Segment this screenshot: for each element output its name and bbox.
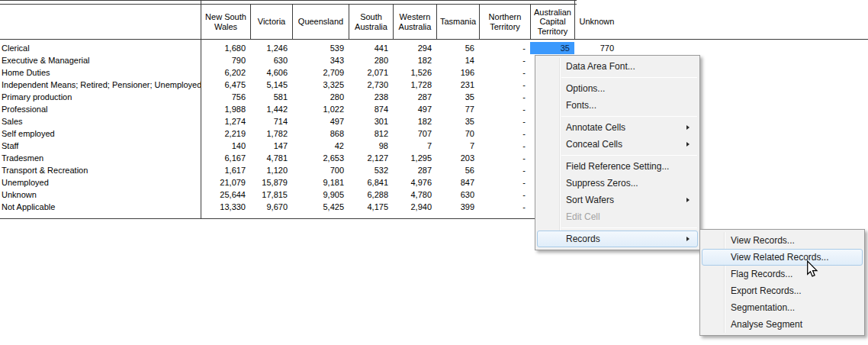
data-cell[interactable]: 847 xyxy=(436,176,479,189)
data-cell[interactable]: 6,288 xyxy=(349,189,393,201)
data-cell[interactable]: 196 xyxy=(436,66,479,79)
data-cell[interactable]: - xyxy=(479,103,530,115)
selected-cell[interactable]: 35 xyxy=(530,42,574,54)
data-cell[interactable]: 287 xyxy=(393,164,436,176)
data-cell[interactable]: 770 xyxy=(574,42,619,54)
data-cell[interactable]: 700 xyxy=(292,164,349,176)
data-cell[interactable]: 147 xyxy=(250,140,292,152)
data-cell[interactable]: 812 xyxy=(349,127,393,140)
data-cell[interactable]: 13,330 xyxy=(201,201,250,213)
row-label-unemployed[interactable]: Unemployed xyxy=(0,176,201,189)
data-cell[interactable]: 4,781 xyxy=(250,152,292,164)
column-header-australian-capital-territory[interactable]: Australian Capital Territory xyxy=(530,5,574,39)
menu-item-view-records[interactable]: View Records... xyxy=(702,232,863,249)
data-cell[interactable]: 1,274 xyxy=(201,115,250,127)
data-cell[interactable]: 5,145 xyxy=(250,79,292,91)
data-cell[interactable]: 343 xyxy=(292,54,349,66)
data-cell[interactable]: 1,120 xyxy=(250,164,292,176)
row-label-clerical[interactable]: Clerical xyxy=(0,42,201,54)
data-cell[interactable]: - xyxy=(479,201,530,213)
data-cell[interactable]: 4,606 xyxy=(250,66,292,79)
data-cell[interactable]: 77 xyxy=(436,103,479,115)
data-cell[interactable]: 98 xyxy=(349,140,393,152)
data-cell[interactable]: 25,644 xyxy=(201,189,250,201)
data-cell[interactable]: 6,841 xyxy=(349,176,393,189)
data-cell[interactable]: 4,976 xyxy=(393,176,436,189)
data-cell[interactable]: 4,780 xyxy=(393,189,436,201)
data-cell[interactable]: 70 xyxy=(436,127,479,140)
data-cell[interactable]: 21,079 xyxy=(201,176,250,189)
menu-item-data-area-font[interactable]: Data Area Font... xyxy=(537,58,698,75)
menu-item-analyse-segment[interactable]: Analyse Segment xyxy=(702,316,863,333)
row-label-staff[interactable]: Staff xyxy=(0,140,201,152)
row-label-transport-recreation[interactable]: Transport & Recreation xyxy=(0,164,201,176)
data-cell[interactable]: 2,219 xyxy=(201,127,250,140)
row-label-professional[interactable]: Professional xyxy=(0,103,201,115)
menu-item-options[interactable]: Options... xyxy=(537,80,698,97)
data-cell[interactable]: 9,905 xyxy=(292,189,349,201)
menu-item-view-related-records[interactable]: View Related Records... xyxy=(702,249,863,266)
data-cell[interactable]: 1,442 xyxy=(250,103,292,115)
data-cell[interactable]: 1,022 xyxy=(292,103,349,115)
column-header-unknown[interactable]: Unknown xyxy=(574,5,619,39)
data-cell[interactable]: 630 xyxy=(250,54,292,66)
data-cell[interactable]: 35 xyxy=(436,91,479,103)
menu-item-fonts[interactable]: Fonts... xyxy=(537,97,698,114)
data-cell[interactable]: 280 xyxy=(349,54,393,66)
data-cell[interactable]: 2,730 xyxy=(349,79,393,91)
data-cell[interactable]: 6,475 xyxy=(201,79,250,91)
data-cell[interactable]: 140 xyxy=(201,140,250,152)
data-cell[interactable]: 15,879 xyxy=(250,176,292,189)
data-cell[interactable]: 6,167 xyxy=(201,152,250,164)
data-cell[interactable]: 17,815 xyxy=(250,189,292,201)
data-cell[interactable]: - xyxy=(479,140,530,152)
data-cell[interactable]: 42 xyxy=(292,140,349,152)
data-cell[interactable]: 2,653 xyxy=(292,152,349,164)
data-cell[interactable]: 2,127 xyxy=(349,152,393,164)
data-cell[interactable]: 630 xyxy=(436,189,479,201)
menu-item-conceal-cells[interactable]: Conceal Cells xyxy=(537,136,698,153)
row-label-sales[interactable]: Sales xyxy=(0,115,201,127)
data-cell[interactable]: - xyxy=(479,176,530,189)
data-cell[interactable]: 2,709 xyxy=(292,66,349,79)
data-cell[interactable]: 2,940 xyxy=(393,201,436,213)
column-header-new-south-wales[interactable]: New South Wales xyxy=(201,5,250,39)
data-cell[interactable]: 581 xyxy=(250,91,292,103)
data-cell[interactable]: - xyxy=(479,164,530,176)
row-label-not-applicable[interactable]: Not Applicable xyxy=(0,201,201,213)
menu-item-annotate-cells[interactable]: Annotate Cells xyxy=(537,119,698,136)
menu-item-segmentation[interactable]: Segmentation... xyxy=(702,299,863,316)
data-cell[interactable]: 203 xyxy=(436,152,479,164)
data-cell[interactable]: 56 xyxy=(436,42,479,54)
menu-item-records[interactable]: Records xyxy=(537,231,698,247)
data-cell[interactable]: 1,988 xyxy=(201,103,250,115)
data-cell[interactable]: 497 xyxy=(292,115,349,127)
data-cell[interactable]: - xyxy=(479,91,530,103)
data-cell[interactable]: - xyxy=(479,42,530,54)
data-cell[interactable]: 14 xyxy=(436,54,479,66)
column-header-south-australia[interactable]: South Australia xyxy=(349,5,393,39)
data-cell[interactable]: 3,325 xyxy=(292,79,349,91)
data-cell[interactable]: 1,295 xyxy=(393,152,436,164)
data-cell[interactable]: 6,202 xyxy=(201,66,250,79)
data-cell[interactable]: - xyxy=(479,54,530,66)
data-cell[interactable]: 399 xyxy=(436,201,479,213)
column-header-queensland[interactable]: Queensland xyxy=(292,5,349,39)
data-cell[interactable]: 790 xyxy=(201,54,250,66)
data-cell[interactable]: 1,782 xyxy=(250,127,292,140)
data-cell[interactable]: 441 xyxy=(349,42,393,54)
data-cell[interactable]: - xyxy=(479,152,530,164)
data-cell[interactable]: 4,175 xyxy=(349,201,393,213)
data-cell[interactable]: 182 xyxy=(393,115,436,127)
data-cell[interactable]: 539 xyxy=(292,42,349,54)
data-cell[interactable]: 35 xyxy=(436,115,479,127)
menu-item-sort-wafers[interactable]: Sort Wafers xyxy=(537,192,698,208)
data-cell[interactable]: 231 xyxy=(436,79,479,91)
data-cell[interactable]: 5,425 xyxy=(292,201,349,213)
data-cell[interactable]: 56 xyxy=(436,164,479,176)
row-label-tradesmen[interactable]: Tradesmen xyxy=(0,152,201,164)
data-cell[interactable]: 874 xyxy=(349,103,393,115)
data-cell[interactable]: 1,526 xyxy=(393,66,436,79)
data-cell[interactable]: 9,181 xyxy=(292,176,349,189)
data-cell[interactable]: 294 xyxy=(393,42,436,54)
